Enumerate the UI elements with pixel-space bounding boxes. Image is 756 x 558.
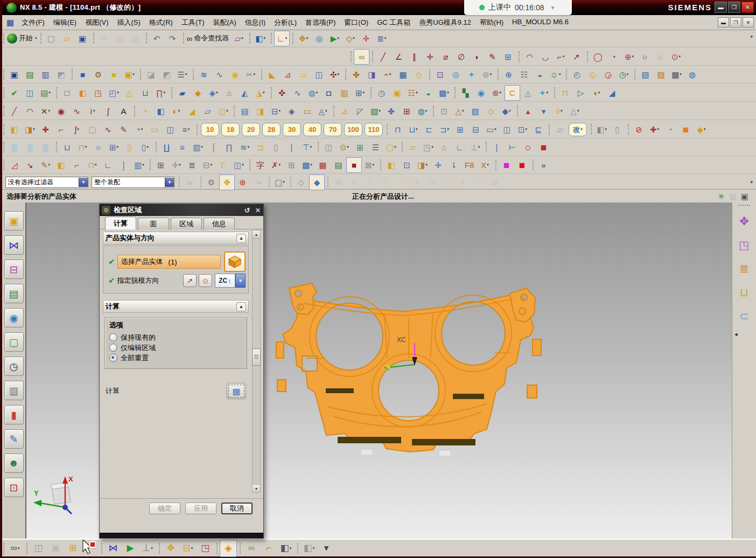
tab-计算[interactable]: 计算 (105, 217, 136, 229)
toolbar-icon[interactable]: ⊔ (137, 85, 153, 101)
toolbar-icon[interactable]: ⊞ (284, 157, 299, 173)
menu-item[interactable]: 燕秀UG模具9.12 (415, 16, 475, 29)
toolbar-icon[interactable]: ⌠ (206, 140, 221, 155)
toolbar-icon[interactable]: ▱ (296, 67, 311, 82)
toolbar-icon[interactable]: ◉ (53, 103, 69, 119)
toolbar-icon[interactable]: ▾ (318, 540, 335, 557)
toolbar-button-18[interactable]: 18 (221, 123, 240, 136)
toolbar-icon[interactable]: ≀▾ (85, 103, 100, 119)
toolbar-icon[interactable]: ▨ (653, 67, 669, 82)
toolbar-icon[interactable]: ◒ (421, 85, 436, 101)
toolbar-icon[interactable]: ◫▾ (215, 103, 231, 119)
toolbar-icon[interactable]: ◖▾ (589, 85, 604, 101)
toolbar-icon[interactable]: ▒ (38, 140, 53, 155)
toolbar-icon[interactable]: 字 (253, 157, 268, 173)
toolbar-button-70[interactable]: 70 (324, 123, 342, 136)
apply-button[interactable]: 应用 (185, 503, 216, 514)
toolbar-icon[interactable]: ▱ (552, 122, 568, 137)
toolbar-icon[interactable]: ∏ (221, 140, 237, 155)
toolbar-icon[interactable]: ▢▾ (272, 175, 288, 190)
toolbar-icon[interactable]: + (456, 175, 471, 190)
vector-type-combo[interactable]: ZC↑ ▼ (215, 274, 246, 288)
toolbar-icon[interactable]: ∟ (452, 140, 467, 155)
toolbar-icon[interactable]: ▱ (59, 31, 75, 46)
toolbar-icon[interactable]: ◊▾ (551, 103, 567, 119)
toolbar-icon[interactable]: ▥ (337, 85, 352, 101)
toolbar-icon[interactable]: ◍▾ (305, 85, 321, 101)
toolbar-icon[interactable]: ◶ (600, 67, 616, 82)
maximize-button[interactable]: ❐ (728, 2, 740, 13)
toolbar-icon[interactable]: X▾ (477, 157, 493, 173)
toolbar-icon[interactable]: ✥ (162, 540, 179, 557)
toolbar-icon[interactable]: ≋▾ (237, 140, 253, 155)
toolbar-icon[interactable]: ⊙▾ (337, 140, 352, 155)
toolbar-icon[interactable]: ▢▾ (383, 140, 399, 155)
dialog-resize-edge[interactable] (100, 533, 263, 538)
toolbar-icon[interactable]: ∥ (407, 49, 422, 65)
toolbar-icon[interactable]: ⊞ (500, 49, 516, 65)
toolbar-icon[interactable]: ◈ (284, 103, 299, 119)
toolbar-icon[interactable]: ∿ (69, 103, 85, 119)
toolbar-icon[interactable]: ⊞ (452, 122, 468, 137)
toolbar-icon[interactable]: ☷▾ (405, 85, 421, 101)
section-calculate[interactable]: 计算 ▲ (103, 300, 249, 313)
toolbar-icon[interactable]: ■ (499, 157, 514, 173)
toolbar-icon[interactable]: ⊿ (280, 67, 296, 82)
toolbar-icon[interactable]: ⊟▾ (179, 540, 197, 557)
toolbar-icon[interactable]: ◷▾ (616, 67, 632, 82)
toolbar-icon[interactable]: ⊑ (530, 122, 546, 137)
select-product-body-row[interactable]: 选择产品实体 (1) (117, 255, 221, 269)
toolbar-icon[interactable]: ⊤▾ (299, 140, 315, 155)
toolbar-icon[interactable]: ≡▾ (178, 122, 194, 137)
toolbar-icon[interactable]: ◇ (483, 103, 499, 119)
toolbar-icon[interactable]: ◍▾ (415, 103, 430, 119)
toolbar-icon[interactable]: ⊙▾ (668, 49, 684, 65)
toolbar-icon[interactable]: ⌐ (69, 157, 85, 173)
toolbar-icon[interactable]: ▣ (389, 85, 405, 101)
toolbar-icon[interactable]: ⋈ (104, 540, 122, 557)
toolbar-icon[interactable]: ◎ (448, 67, 464, 82)
collapse-icon[interactable]: ▲ (236, 302, 246, 311)
right-toolbar-icon[interactable]: ≣ (735, 260, 753, 278)
close-button[interactable]: ✕ (741, 2, 754, 13)
toolbar-icon[interactable]: ⌐▾ (553, 49, 569, 65)
toolbar-icon[interactable]: ✜ (274, 85, 290, 101)
cancel-button[interactable]: 取消 (221, 503, 253, 514)
toolbar-icon[interactable]: ∫ (100, 103, 116, 119)
toolbar-icon[interactable]: ◠ (22, 103, 38, 119)
dialog-title-bar[interactable]: ⚙ 检查区域 ↺ ✕ (100, 204, 263, 216)
toolbar-icon[interactable]: ▩▾ (299, 157, 315, 173)
toolbar-icon[interactable]: ╱ (362, 175, 377, 190)
toolbar-icon[interactable]: ▨▾ (368, 103, 383, 119)
toolbar-icon[interactable]: ◩ (53, 67, 69, 82)
toolbar-icon[interactable]: ◈▾ (206, 85, 221, 101)
tab-信息[interactable]: 信息 (204, 218, 235, 229)
toolbar-icon[interactable]: ⌐ (260, 540, 277, 557)
menu-item[interactable]: 装配(A) (208, 16, 240, 29)
doc-restore-button[interactable]: ❐ (730, 17, 741, 27)
toolbar-icon[interactable]: ◭ (237, 85, 253, 101)
toolbar-icon[interactable]: ✚▾ (647, 122, 662, 137)
toolbar-icon[interactable]: ◘ (321, 85, 337, 101)
right-toolbar-icon[interactable]: ◳ (735, 236, 753, 254)
toolbar-icon[interactable]: ∟▾ (274, 31, 290, 46)
resource-bar-tab[interactable]: ◉ (4, 308, 24, 327)
toolbar-icon[interactable]: ▩▾ (669, 67, 684, 82)
toolbar-icon[interactable]: ▭▾ (484, 122, 499, 137)
toolbar-icon[interactable]: ⊛▾ (489, 85, 505, 101)
toolbar-icon[interactable]: ∣ (489, 140, 505, 155)
toolbar-icon[interactable]: ◣ (264, 67, 280, 82)
toolbar-icon[interactable]: ⊠▾ (362, 157, 377, 173)
toolbar-icon[interactable]: ⊙ (424, 175, 440, 190)
toolbar-icon[interactable]: ⊓ (557, 85, 573, 101)
3d-model-dashboard-part[interactable]: XC (274, 277, 543, 463)
toolbar-icon[interactable]: ◫ (22, 85, 38, 101)
toolbar-icon[interactable]: ▣ (6, 67, 22, 82)
toolbar-icon[interactable]: ✣▾ (327, 67, 342, 82)
toolbar-icon[interactable]: ▤ (237, 103, 253, 119)
toolbar-icon[interactable]: ☺▾ (548, 67, 563, 82)
toolbar-icon[interactable]: ◎ (311, 31, 327, 46)
toolbar-icon[interactable]: ∫▾ (69, 122, 85, 137)
toolbar-icon[interactable]: ◧▾ (300, 540, 318, 557)
toolbar-icon[interactable]: ⊞ (399, 103, 415, 119)
